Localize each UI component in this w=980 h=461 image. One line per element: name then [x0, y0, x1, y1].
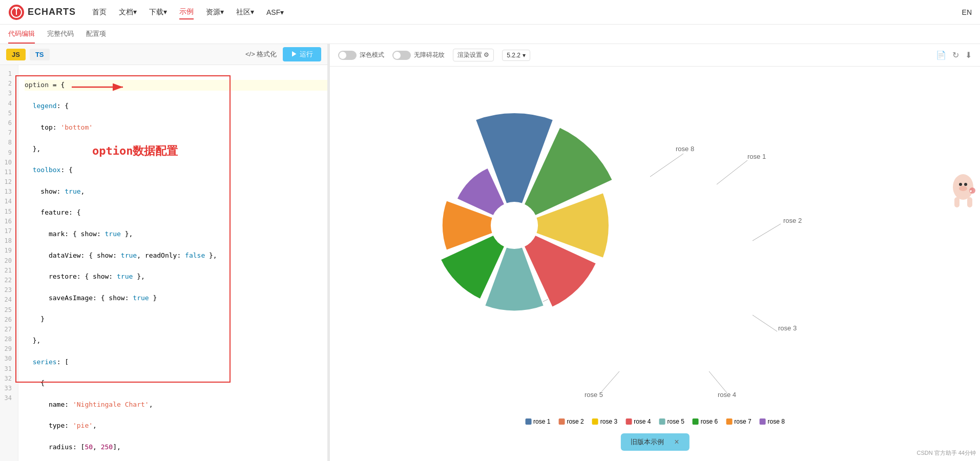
legend-dot-rose8 — [760, 418, 766, 425]
legend-rose6: rose 6 — [693, 418, 718, 425]
rose4-label: rose 4 — [717, 391, 736, 399]
logo[interactable]: ECHARTS — [8, 4, 76, 20]
echarts-logo-icon — [8, 4, 25, 20]
rose5-connector — [601, 371, 619, 392]
legend-dot-rose6 — [693, 418, 699, 425]
code-line-6: show: true, — [25, 186, 327, 197]
chart-icons: 📄 ↻ ⬇ — [936, 50, 972, 60]
rose8-label: rose 8 — [676, 145, 694, 153]
nav-item-asf[interactable]: ASF▾ — [266, 6, 284, 18]
rose2-label: rose 2 — [783, 217, 802, 224]
ts-lang-btn[interactable]: TS — [30, 49, 50, 60]
nav-item-download[interactable]: 下载▾ — [149, 6, 167, 19]
chart-area: rose 8 rose 1 rose 2 rose 3 rose 4 rose … — [330, 67, 980, 461]
legend-rose5: rose 5 — [659, 418, 684, 425]
legend-dot-rose5 — [659, 418, 665, 425]
legend-rose4: rose 4 — [625, 418, 651, 425]
main-container: JS TS </> 格式化 ▶ 运行 option数据配置 — [0, 44, 980, 461]
code-line-8: mark: { show: true }, — [25, 229, 327, 240]
nav-item-resources[interactable]: 资源▾ — [206, 6, 224, 19]
code-line-12: } — [25, 314, 327, 325]
logo-text: ECHARTS — [28, 7, 76, 17]
old-version-banner: 旧版本示例 × — [620, 433, 689, 451]
legend-rose3: rose 3 — [592, 418, 617, 425]
js-lang-btn[interactable]: JS — [6, 49, 26, 60]
code-line-10: restore: { show: true }, — [25, 271, 327, 282]
rose2-connector — [753, 224, 781, 241]
render-settings-btn[interactable]: 渲染设置 ⚙ — [453, 49, 494, 61]
dark-mode-toggle-group: 深色模式 — [338, 51, 384, 60]
legend-label-rose2: rose 2 — [567, 418, 583, 425]
legend-label-rose3: rose 3 — [600, 418, 617, 425]
code-line-2: legend: { — [25, 101, 327, 112]
rose3-label: rose 3 — [778, 324, 797, 332]
accessible-toggle-group: 无障碍花纹 — [392, 51, 445, 60]
dark-mode-label: 深色模式 — [360, 51, 384, 59]
run-button[interactable]: ▶ 运行 — [283, 47, 321, 61]
sub-tab-full-code[interactable]: 完整代码 — [47, 25, 74, 44]
rose1-connector — [717, 160, 747, 184]
chart-toolbar: 深色模式 无障碍花纹 渲染设置 ⚙ 5.2.2 ▾ 📄 ↻ ⬇ — [330, 44, 980, 67]
accessible-label: 无障碍花纹 — [414, 51, 445, 59]
line-numbers: 1 2 3 4 5 6 7 8 9 10 11 12 13 14 15 16 1 — [0, 65, 18, 461]
chart-canvas-container — [371, 92, 658, 348]
rose5-label: rose 5 — [584, 391, 602, 399]
code-line-9: dataView: { show: true, readOnly: false … — [25, 250, 327, 261]
code-panel: JS TS </> 格式化 ▶ 运行 option数据配置 — [0, 44, 328, 461]
refresh-icon[interactable]: ↻ — [952, 50, 959, 60]
version-select[interactable]: 5.2.2 ▾ — [502, 50, 530, 61]
code-line-13: }, — [25, 336, 327, 346]
mascot-character: ♥ — [949, 169, 980, 212]
chart-legend: rose 1 rose 2 rose 3 rose 4 rose 5 — [525, 418, 785, 425]
legend-dot-rose1 — [525, 418, 531, 425]
banner-close-btn[interactable]: × — [674, 437, 679, 447]
code-line-14: series: [ — [25, 357, 327, 368]
code-line-5: toolbox: { — [25, 165, 327, 176]
code-toolbar: JS TS </> 格式化 ▶ 运行 — [0, 44, 327, 65]
legend-dot-rose7 — [726, 418, 732, 425]
version-label: 5.2.2 — [507, 52, 520, 59]
legend-rose2: rose 2 — [558, 418, 583, 425]
legend-label-rose7: rose 7 — [734, 418, 751, 425]
code-content: option = { legend: { top: 'bottom' }, to… — [18, 65, 327, 461]
csdn-watermark: CSDN 官方助手 44分钟 — [916, 449, 976, 457]
nav-lang[interactable]: EN — [962, 8, 972, 16]
download-icon[interactable]: ⬇ — [965, 50, 972, 60]
svg-point-7 — [959, 183, 962, 186]
code-line-11: saveAsImage: { show: true } — [25, 293, 327, 304]
legend-label-rose8: rose 8 — [768, 418, 785, 425]
code-line-17: type: 'pie', — [25, 421, 327, 431]
svg-point-9 — [959, 186, 967, 191]
svg-rect-11 — [967, 197, 972, 207]
rose3-connector — [753, 315, 777, 331]
nav-item-home[interactable]: 首页 — [92, 6, 107, 19]
accessible-toggle[interactable] — [392, 51, 411, 60]
rose4-connector — [709, 371, 727, 393]
svg-text:♥: ♥ — [970, 189, 972, 194]
toolbar-right: </> 格式化 ▶ 运行 — [245, 47, 321, 61]
nav-item-community[interactable]: 社区▾ — [236, 6, 254, 19]
code-area[interactable]: option数据配置 1 2 3 4 5 6 7 8 9 10 11 12 13… — [0, 65, 327, 461]
svg-rect-10 — [954, 197, 960, 207]
format-button[interactable]: </> 格式化 — [245, 50, 277, 59]
legend-label-rose4: rose 4 — [634, 418, 651, 425]
legend-dot-rose3 — [592, 418, 598, 425]
legend-label-rose6: rose 6 — [701, 418, 718, 425]
legend-dot-rose2 — [558, 418, 565, 425]
legend-dot-rose4 — [625, 418, 632, 425]
legend-label-rose1: rose 1 — [533, 418, 550, 425]
code-line-15: { — [25, 378, 327, 389]
chart-panel: 深色模式 无障碍花纹 渲染设置 ⚙ 5.2.2 ▾ 📄 ↻ ⬇ rose 8 — [330, 44, 980, 461]
code-line-7: feature: { — [25, 207, 327, 218]
doc-icon[interactable]: 📄 — [936, 50, 946, 60]
nav-item-docs[interactable]: 文档▾ — [119, 6, 137, 19]
chevron-down-icon: ▾ — [523, 52, 526, 59]
top-nav: ECHARTS 首页 文档▾ 下载▾ 示例 资源▾ 社区▾ ASF▾ EN — [0, 0, 980, 25]
sub-tabs: 代码编辑 完整代码 配置项 — [0, 25, 980, 44]
nav-item-examples[interactable]: 示例 — [179, 5, 194, 19]
sub-tab-config[interactable]: 配置项 — [86, 25, 106, 44]
banner-text: 旧版本示例 — [631, 437, 664, 447]
dark-mode-toggle[interactable] — [338, 51, 357, 60]
code-line-4: }, — [25, 144, 327, 155]
sub-tab-code-edit[interactable]: 代码编辑 — [8, 25, 35, 44]
